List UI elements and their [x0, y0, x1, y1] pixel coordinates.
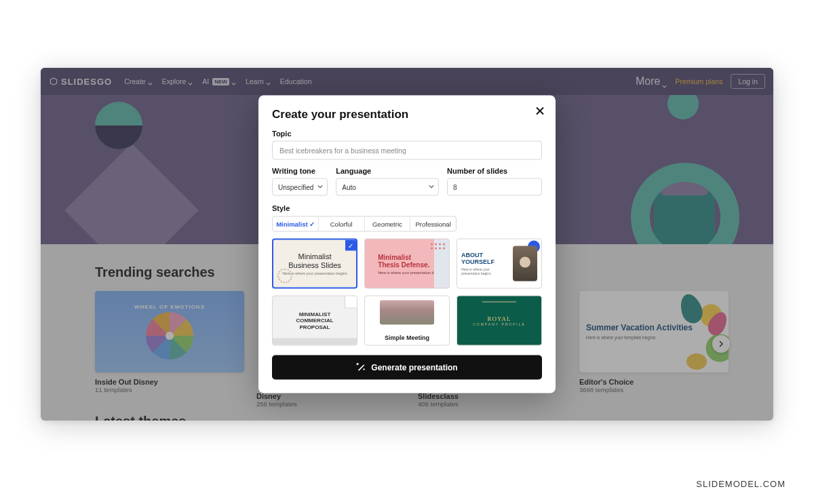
chevron-down-icon [429, 183, 434, 191]
topic-label: Topic [272, 130, 542, 138]
decor-ornament-icon [482, 302, 516, 307]
decor-dots-icon [431, 244, 445, 250]
language-select[interactable]: Auto [336, 178, 439, 196]
meeting-photo-icon [380, 301, 434, 325]
check-icon: ✓ [309, 220, 315, 228]
person-photo-icon [513, 246, 537, 282]
magic-wand-icon [356, 363, 366, 372]
watermark: SLIDEMODEL.COM [696, 479, 786, 489]
chevron-down-icon [317, 183, 323, 191]
generate-button-label: Generate presentation [371, 363, 457, 372]
style-thumb-thesis-defense[interactable]: MinimalistThesis Defense. Here is where … [364, 239, 450, 289]
modal-close-button[interactable] [532, 104, 547, 119]
slides-count-label: Number of slides [447, 167, 542, 175]
style-tab-colorful[interactable]: Colorful [319, 217, 365, 231]
decor-circle-icon [277, 269, 292, 284]
modal-title: Create your presentation [272, 108, 542, 121]
writing-tone-label: Writing tone [272, 167, 328, 175]
style-thumb-about-yourself[interactable]: ABOUTYOURSELF Here is where your present… [457, 239, 542, 289]
close-icon [535, 106, 545, 116]
style-label: Style [272, 204, 542, 212]
slides-count-input[interactable] [447, 178, 542, 196]
create-presentation-modal: Create your presentation Topic Writing t… [258, 96, 556, 393]
style-thumb-simple-meeting[interactable]: Simple Meeting [364, 296, 450, 346]
style-thumbnail-grid: ✓ MinimalistBusiness Slides Here is wher… [272, 239, 542, 346]
style-tab-minimalist[interactable]: Minimalist✓ [273, 217, 319, 231]
decor-notch [345, 296, 357, 309]
style-tabs: Minimalist✓ Colorful Geometric Professio… [272, 216, 457, 232]
decor-bar [273, 338, 357, 345]
style-tab-geometric[interactable]: Geometric [365, 217, 411, 231]
selected-check-icon: ✓ [345, 240, 356, 251]
generate-presentation-button[interactable]: Generate presentation [272, 355, 542, 380]
style-tab-professional[interactable]: Professional [410, 217, 456, 231]
writing-tone-select[interactable]: Unspecified [272, 178, 328, 196]
app-frame: SLIDESGO Create Explore AINEW Learn Educ… [41, 68, 773, 421]
language-value: Auto [342, 183, 356, 191]
style-thumb-commercial-proposal[interactable]: MINIMALISTCOMMERCIALPROPOSAL [272, 296, 357, 346]
style-thumb-royal-company[interactable]: ROYAL COMPANY PROFILE [457, 296, 542, 346]
language-label: Language [336, 167, 439, 175]
style-thumb-minimalist-business[interactable]: ✓ MinimalistBusiness Slides Here is wher… [272, 239, 357, 289]
writing-tone-value: Unspecified [278, 183, 313, 191]
topic-input[interactable] [272, 141, 542, 160]
